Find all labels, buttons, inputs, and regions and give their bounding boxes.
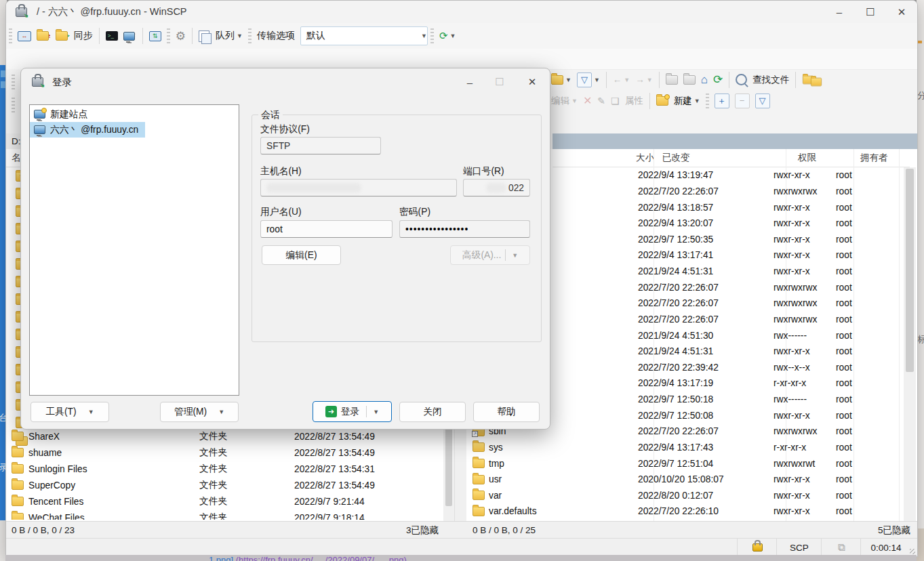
file-rights: rwxrwxrwt [774, 459, 836, 469]
local-file-row[interactable]: shuame 文件夹 2022/8/27 13:54:49 [6, 444, 443, 461]
size-header-label: 大小 [636, 152, 654, 164]
find-files-button[interactable]: 查找文件 [733, 70, 792, 89]
putty-button[interactable]: ⚡︎ [121, 26, 139, 45]
menu-item[interactable] [66, 56, 81, 62]
port-field[interactable]: 022 [463, 179, 530, 196]
protocol-value: SFTP [266, 141, 290, 151]
remove-filter-button[interactable]: − [732, 91, 752, 110]
maximize-button[interactable]: ☐ [855, 1, 886, 23]
filter-list-button[interactable]: ▽ [752, 91, 773, 110]
remote-path-band[interactable] [553, 133, 917, 149]
file-type: 文件夹 [199, 446, 294, 459]
transfer-settings-combobox[interactable]: 默认 ▼ [300, 26, 428, 45]
back-button[interactable]: ←▼ [610, 70, 632, 89]
panel-status-bar: 0 B / 0 B, 0 / 23 3已隐藏 0 B / 0 B, 0 / 25… [6, 521, 917, 539]
menu-item[interactable] [21, 56, 36, 62]
add-filter-button[interactable]: ＋ [712, 91, 732, 110]
synchronize-button[interactable]: ⟳ 同步 [53, 26, 95, 45]
menu-item[interactable] [81, 56, 96, 62]
duplicate-button[interactable]: ❏ [608, 91, 622, 110]
new-button[interactable]: 新建 ▼ [654, 91, 703, 110]
remote-scrollbar[interactable] [904, 167, 916, 521]
panel-layout-button[interactable]: ⇅ [146, 26, 164, 45]
edit-session-button[interactable]: 编辑(E) [262, 245, 341, 265]
menu-item[interactable] [6, 56, 21, 62]
rename-button[interactable]: ✎ [595, 91, 608, 110]
password-field[interactable]: •••••••••••••••• [399, 220, 530, 238]
login-label: 登录 [341, 406, 360, 418]
advanced-button[interactable]: 高级(A)... ▼ [450, 245, 530, 265]
menu-item[interactable] [51, 56, 66, 62]
remote-scrollbar-thumb[interactable] [906, 169, 914, 372]
edit-button[interactable]: 编辑▼ [548, 91, 580, 110]
remote-file-row[interactable]: usr 2020/10/20 15:08:07 rwxr-xr-x root [466, 472, 900, 488]
resize-grip[interactable] [910, 549, 915, 554]
dialog-minimize-button[interactable]: – [455, 71, 485, 93]
file-rights: rwx--x--x [774, 362, 836, 373]
file-changed: 2022/8/20 0:12:07 [638, 491, 774, 501]
parent-directory-button[interactable] [663, 70, 681, 89]
session-color-button[interactable]: ⟳ ▼ [437, 26, 459, 45]
filter-button[interactable]: ▽▼ [574, 70, 603, 89]
swap-panels-button[interactable]: ↔ [15, 26, 34, 45]
close-button[interactable]: ✕ [886, 1, 917, 23]
site-tree-item[interactable]: 新建站点 [30, 106, 94, 122]
minimize-button[interactable]: – [824, 1, 855, 23]
manage-button[interactable]: 管理(M) ▼ [160, 402, 239, 422]
dialog-close-action-button[interactable]: 关闭 [399, 402, 466, 422]
open-folder-icon [551, 75, 563, 85]
local-file-row[interactable]: Sunlogin Files 文件夹 2022/8/27 13:54:31 [6, 461, 443, 477]
protocol-cell[interactable]: SCP [776, 539, 822, 556]
refresh-button[interactable]: ⟳ [710, 70, 725, 89]
local-file-row[interactable]: Tencent Files 文件夹 2022/9/7 9:21:44 [6, 493, 443, 510]
delete-button[interactable]: ✕ [580, 91, 595, 110]
dialog-close-button[interactable]: ✕ [515, 71, 550, 93]
dialog-maximize-button[interactable]: ☐ [485, 71, 515, 93]
directory-tree-button[interactable] [799, 70, 825, 89]
parent-folder-icon [666, 75, 678, 85]
menu-item[interactable] [36, 56, 51, 62]
remote-size-column-header[interactable]: 大小 [553, 149, 658, 167]
site-label: 六六丶 @frp.fuuuy.cn [50, 124, 138, 136]
forward-button[interactable]: →▼ [632, 70, 655, 89]
protocol-combobox[interactable]: SFTP [260, 137, 381, 154]
file-owner: root [836, 250, 883, 260]
local-file-row[interactable]: WeChat Files 文件夹 2022/9/7 9:18:14 [6, 510, 443, 520]
remote-owner-column-header[interactable]: 拥有者 [854, 149, 910, 167]
remote-file-row[interactable]: tmp 2022/9/7 12:51:04 rwxrwxrwt root [466, 455, 900, 472]
login-dialog-icon [32, 77, 43, 87]
remote-changed-column-header[interactable]: 已改变 [654, 149, 795, 167]
terminal-button[interactable]: >_ [103, 26, 121, 45]
home-directory-button[interactable]: ⌂ [698, 70, 710, 89]
queue-icon [199, 30, 209, 42]
queue-button[interactable]: 队列 ▼ [196, 26, 245, 45]
remote-file-row[interactable]: var 2022/8/20 0:12:07 rwxr-xr-x root [466, 488, 900, 504]
remote-file-row[interactable]: sys 2022/9/4 13:17:43 r-xr-xr-x root [466, 440, 900, 456]
username-field[interactable]: root [260, 220, 393, 238]
site-tree-item[interactable]: 六六丶 @frp.fuuuy.cn [30, 122, 145, 138]
menu-item[interactable] [111, 56, 125, 62]
properties-button[interactable]: 属性 [622, 91, 646, 110]
file-changed: 2022/7/20 22:26:10 [638, 506, 774, 516]
help-button[interactable]: 帮助 [473, 402, 540, 422]
remote-file-row[interactable]: var.defaults 2022/7/20 22:26:10 rwxr-xr-… [466, 503, 900, 520]
menu-item[interactable] [96, 56, 111, 62]
local-file-row[interactable]: SuperCopy 文件夹 2022/8/27 13:54:49 [6, 477, 443, 493]
folder-arrows-icon [37, 31, 49, 41]
sync-browsing-button[interactable]: ⇄ [34, 26, 53, 45]
session-refresh-icon: ⟳ [439, 30, 448, 42]
local-scrollbar-thumb[interactable] [445, 428, 452, 506]
file-type: 文件夹 [199, 479, 294, 491]
file-type: 文件夹 [199, 463, 294, 475]
root-directory-button[interactable] [681, 70, 698, 89]
tools-button[interactable]: 工具(T) ▼ [31, 402, 109, 422]
local-file-row[interactable]: ShareX 文件夹 2022/8/27 13:54:49 [6, 428, 443, 444]
login-button[interactable]: ➜ 登录 ▼ [313, 401, 392, 422]
port-value: 022 [508, 183, 524, 193]
open-directory-button[interactable]: ▼ [548, 70, 574, 89]
hostname-field[interactable] [260, 179, 457, 196]
preferences-button[interactable]: ⚙ [173, 26, 188, 45]
synchronize-label: 同步 [74, 30, 93, 42]
title-bar: / - 六六丶 @frp.fuuuy.cn - WinSCP – ☐ ✕ [6, 1, 917, 23]
hostname-redacted-blur [266, 183, 361, 192]
